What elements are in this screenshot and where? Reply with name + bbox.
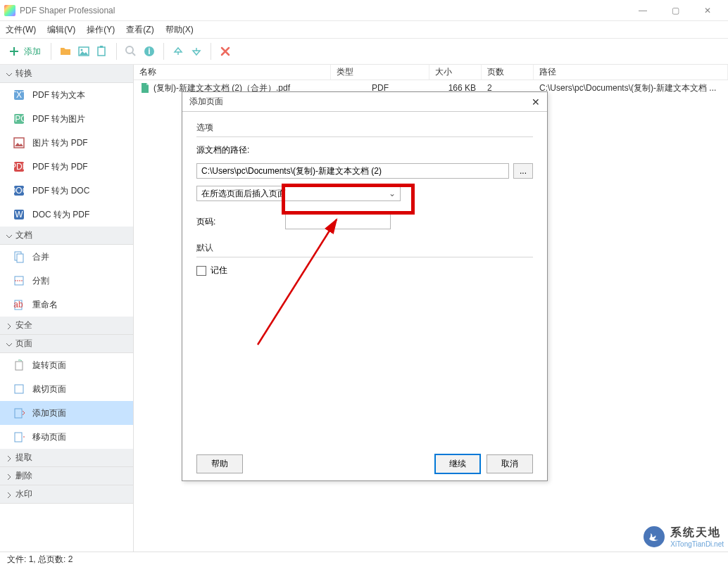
chevron-right-icon — [6, 322, 13, 329]
sidebar-item-pdf-to-image[interactable]: JPGPDF 转为图片 — [0, 107, 133, 131]
sidebar-item-label: 图片 转为 PDF — [32, 137, 88, 149]
menu-action[interactable]: 操作(Y) — [87, 24, 115, 36]
folder-button[interactable] — [58, 44, 73, 58]
group-delete[interactable]: 删除 — [0, 467, 133, 485]
source-path-input[interactable] — [196, 163, 509, 179]
sidebar-item-move-page[interactable]: 移动页面 — [0, 425, 133, 449]
cancel-button[interactable]: 取消 — [487, 454, 533, 473]
svg-rect-24 — [15, 385, 23, 393]
chevron-down-icon: ⌄ — [389, 189, 396, 198]
sidebar-item-pdf-to-doc[interactable]: DOCPDF 转为 DOC — [0, 179, 133, 203]
column-size[interactable]: 大小 — [429, 65, 482, 79]
plus-icon — [8, 46, 20, 57]
add-button[interactable]: 添加 — [6, 44, 44, 59]
sidebar-item-pdf-to-text[interactable]: TXTPDF 转为文本 — [0, 83, 133, 107]
defaults-fieldset: 记住 — [196, 257, 533, 276]
sidebar-item-label: PDF 转为文本 — [32, 89, 85, 101]
group-pages[interactable]: 页面 — [0, 335, 133, 353]
options-fieldset: 源文档的路径: ... 在所选页面后插入页面 ⌄ 页码: — [196, 136, 533, 229]
column-name[interactable]: 名称 — [134, 65, 331, 79]
column-type[interactable]: 类型 — [331, 65, 429, 79]
chevron-right-icon — [6, 491, 13, 498]
rotate-icon — [13, 359, 25, 371]
svg-rect-23 — [15, 362, 23, 370]
group-extract[interactable]: 提取 — [0, 449, 133, 467]
titlebar: PDF Shaper Professional — ▢ ✕ — [0, 0, 728, 21]
remember-checkbox[interactable] — [196, 266, 206, 276]
search-button[interactable] — [124, 44, 138, 58]
group-label: 页面 — [15, 338, 32, 350]
browse-button[interactable]: ... — [513, 163, 533, 179]
dialog-body: 选项 源文档的路径: ... 在所选页面后插入页面 ⌄ 页码: 默认 记住 — [182, 112, 547, 451]
close-button[interactable]: ✕ — [691, 0, 724, 21]
insert-mode-select[interactable]: 在所选页面后插入页面 ⌄ — [196, 186, 401, 201]
page-number-input[interactable] — [285, 214, 391, 229]
continue-button[interactable]: 继续 — [434, 454, 481, 474]
menu-help[interactable]: 帮助(X) — [165, 24, 194, 36]
svg-text:W: W — [15, 210, 23, 219]
separator — [51, 43, 51, 60]
sidebar-item-label: PDF 转为图片 — [32, 113, 85, 125]
group-watermark[interactable]: 水印 — [0, 485, 133, 504]
sidebar-item-image-to-pdf[interactable]: 图片 转为 PDF — [0, 131, 133, 155]
sidebar-item-add-page[interactable]: 添加页面 — [0, 401, 133, 425]
sidebar-item-pdf-to-pdf[interactable]: PDFPDF 转为 PDF — [0, 155, 133, 179]
up-button[interactable] — [171, 44, 185, 58]
sidebar-item-split[interactable]: 分割 — [0, 269, 133, 293]
sidebar-item-label: DOC 转为 PDF — [32, 209, 89, 221]
crop-icon — [13, 383, 25, 395]
menu-view[interactable]: 查看(Z) — [126, 24, 153, 36]
sidebar-item-crop[interactable]: 裁切页面 — [0, 377, 133, 401]
watermark-logo-icon — [642, 525, 666, 549]
window-controls: — ▢ ✕ — [627, 0, 724, 21]
group-document[interactable]: 文档 — [0, 227, 133, 245]
chevron-down-icon — [6, 340, 13, 348]
menu-file[interactable]: 文件(W) — [6, 24, 36, 36]
watermark-line1: 系统天地 — [670, 525, 724, 540]
sidebar: 转换 TXTPDF 转为文本 JPGPDF 转为图片 图片 转为 PDF PDF… — [0, 65, 134, 552]
sidebar-item-rename[interactable]: ab重命名 — [0, 293, 133, 317]
column-pages[interactable]: 页数 — [482, 65, 534, 79]
sidebar-item-label: PDF 转为 DOC — [32, 185, 89, 197]
maximize-button[interactable]: ▢ — [659, 0, 691, 21]
jpg-icon: JPG — [13, 113, 25, 125]
chevron-down-icon — [6, 70, 13, 77]
statusbar: 文件: 1, 总页数: 2 — [0, 552, 728, 567]
group-label: 安全 — [15, 319, 32, 331]
group-security[interactable]: 安全 — [0, 317, 133, 335]
dialog-close-button[interactable]: ✕ — [532, 96, 540, 108]
sidebar-item-merge[interactable]: 合并 — [0, 245, 133, 269]
window-title: PDF Shaper Professional — [20, 6, 115, 15]
sidebar-item-label: 合并 — [32, 251, 49, 263]
sidebar-item-rotate[interactable]: 旋转页面 — [0, 353, 133, 377]
txt-icon: TXT — [13, 89, 25, 101]
svg-point-1 — [81, 49, 83, 51]
chevron-down-icon — [6, 232, 13, 239]
remove-button[interactable] — [218, 44, 232, 58]
group-label: 文档 — [15, 229, 32, 241]
sidebar-item-label: 旋转页面 — [32, 359, 66, 371]
word-icon: W — [13, 208, 25, 221]
menu-edit[interactable]: 编辑(V) — [47, 24, 75, 36]
help-button[interactable]: 帮助 — [196, 454, 243, 473]
group-convert[interactable]: 转换 — [0, 65, 133, 83]
split-icon — [13, 274, 25, 287]
chevron-right-icon — [6, 454, 13, 461]
svg-rect-26 — [15, 433, 22, 442]
image-button[interactable] — [77, 44, 91, 58]
paste-button[interactable] — [95, 44, 109, 58]
column-path[interactable]: 路径 — [534, 65, 728, 79]
remember-label: 记住 — [211, 265, 227, 276]
down-button[interactable] — [189, 44, 203, 58]
svg-text:DOC: DOC — [13, 186, 25, 196]
list-header: 名称 类型 大小 页数 路径 — [134, 65, 728, 80]
sidebar-item-doc-to-pdf[interactable]: WDOC 转为 PDF — [0, 203, 133, 227]
minimize-button[interactable]: — — [627, 0, 659, 21]
pdf-file-icon — [139, 82, 151, 94]
info-button[interactable]: i — [142, 44, 156, 58]
dialog-titlebar: 添加页面 ✕ — [182, 92, 547, 112]
svg-rect-19 — [17, 254, 23, 262]
separator — [211, 43, 211, 60]
options-label: 选项 — [196, 122, 533, 134]
image-icon — [13, 136, 25, 149]
